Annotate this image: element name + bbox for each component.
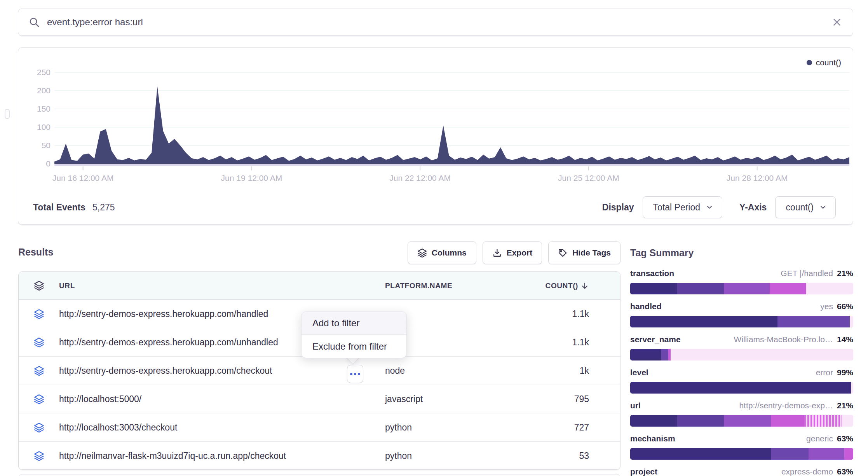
resize-drag-handle[interactable] <box>5 109 10 119</box>
dot-icon <box>350 373 352 375</box>
tag-bar-segment[interactable] <box>630 382 851 394</box>
y-axis-tick-label: 100 <box>37 122 51 131</box>
tag-summary-heading: Tag Summary <box>630 247 853 259</box>
tag-bar-segment[interactable] <box>724 283 770 294</box>
y-axis-tick-label: 200 <box>37 86 51 95</box>
count-series-area <box>54 86 849 164</box>
cell-platform[interactable]: node <box>385 366 535 376</box>
events-area-chart: 050100150200250Jun 16 12:00 AMJun 19 12:… <box>18 48 852 196</box>
search-input[interactable]: event.type:error has:url <box>47 17 831 28</box>
row-stack-icon-button[interactable] <box>19 309 59 319</box>
tag-bar-segment[interactable] <box>630 316 777 327</box>
tag-name: level <box>630 368 648 377</box>
tag-bar-segment[interactable] <box>668 349 671 360</box>
tag-bar-segment[interactable] <box>771 448 809 460</box>
cell-platform[interactable]: javascript <box>385 394 535 404</box>
tag-summary-row: mechanismgeneric63% <box>630 434 853 467</box>
tag-distribution-bar[interactable] <box>630 316 853 327</box>
row-stack-icon-button[interactable] <box>19 337 59 348</box>
tag-bar-segment[interactable] <box>804 415 842 427</box>
hide-tags-button[interactable]: Hide Tags <box>548 242 620 264</box>
tag-bar-segment[interactable] <box>771 415 804 427</box>
row-stack-icon-button[interactable] <box>19 451 59 461</box>
cell-platform[interactable]: python <box>385 422 535 433</box>
cell-count[interactable]: 1.1k <box>535 309 605 319</box>
tag-bar-segment[interactable] <box>677 415 724 427</box>
tag-bar-segment[interactable] <box>809 448 844 460</box>
cell-count[interactable]: 727 <box>535 422 605 433</box>
export-button[interactable]: Export <box>483 242 542 264</box>
stack-icon[interactable] <box>19 280 59 291</box>
menu-item-exclude-from-filter[interactable]: Exclude from filter <box>302 335 406 358</box>
chart-legend[interactable]: count() <box>807 58 841 67</box>
column-header-url[interactable]: URL <box>59 282 385 290</box>
cell-platform[interactable]: python <box>385 451 535 461</box>
tag-distribution-bar[interactable] <box>630 349 853 360</box>
tag-bar-segment[interactable] <box>724 415 771 427</box>
tag-top-value: GET |/handled <box>781 269 833 278</box>
column-header-count[interactable]: COUNT() <box>535 282 605 290</box>
tag-bar-segment[interactable] <box>850 316 853 327</box>
chevron-down-icon <box>819 203 827 211</box>
chevron-down-icon <box>706 203 713 211</box>
tag-bar-segment[interactable] <box>770 283 807 294</box>
results-table: URL PLATFORM.NAME COUNT() http://sentry-… <box>18 271 620 470</box>
x-axis-tick-label: Jun 16 12:00 AM <box>52 173 114 182</box>
download-icon <box>492 248 502 258</box>
display-dropdown-value: Total Period <box>653 202 700 213</box>
search-icon <box>28 16 40 28</box>
tag-distribution-bar[interactable] <box>630 382 853 394</box>
total-events-value: 5,275 <box>92 202 115 213</box>
table-row: http://neilmanvar-flask-m3uuizd7iq-uc.a.… <box>19 442 620 470</box>
tag-name: project <box>630 467 657 476</box>
table-header-row: URL PLATFORM.NAME COUNT() <box>19 272 620 300</box>
tag-distribution-bar[interactable] <box>630 448 853 460</box>
yaxis-dropdown[interactable]: count() <box>775 196 836 218</box>
search-bar[interactable]: event.type:error has:url <box>18 9 853 36</box>
row-stack-icon-button[interactable] <box>19 394 59 404</box>
cell-count[interactable]: 795 <box>535 394 605 404</box>
cell-url[interactable]: http://sentry-demos-express.herokuapp.co… <box>59 366 385 376</box>
stack-icon <box>34 394 44 404</box>
cell-count[interactable]: 53 <box>535 451 605 461</box>
tag-distribution-bar[interactable] <box>630 283 853 294</box>
cell-count[interactable]: 1k <box>535 366 605 376</box>
display-label: Display <box>602 202 634 213</box>
tag-top-value-percent: 14% <box>837 335 853 344</box>
results-toolbar: Columns Export Hide Tags <box>18 242 620 264</box>
tag-bar-segment[interactable] <box>851 382 853 394</box>
x-axis-tick-label: Jun 25 12:00 AM <box>558 173 619 182</box>
tag-bar-segment[interactable] <box>630 415 677 427</box>
close-icon[interactable] <box>831 16 843 28</box>
tag-bar-segment[interactable] <box>630 448 771 460</box>
tag-bar-segment[interactable] <box>806 283 853 294</box>
export-button-label: Export <box>507 248 533 257</box>
tag-bar-segment[interactable] <box>661 349 668 360</box>
tag-bar-segment[interactable] <box>630 349 661 360</box>
tag-bar-segment[interactable] <box>842 415 853 427</box>
cell-url[interactable]: http://neilmanvar-flask-m3uuizd7iq-uc.a.… <box>59 451 385 461</box>
tag-top-value: http://sentry-demos-exp… <box>739 401 833 410</box>
column-header-platform[interactable]: PLATFORM.NAME <box>385 282 535 290</box>
cell-url[interactable]: http://localhost:3003/checkout <box>59 422 385 433</box>
tag-bar-segment[interactable] <box>630 283 677 294</box>
display-dropdown[interactable]: Total Period <box>643 196 722 218</box>
tag-name: transaction <box>630 269 674 278</box>
row-stack-icon-button[interactable] <box>19 422 59 433</box>
tag-bar-segment[interactable] <box>677 283 724 294</box>
row-actions-ellipsis-button[interactable] <box>347 365 363 383</box>
cell-url[interactable]: http://localhost:5000/ <box>59 394 385 404</box>
menu-item-add-to-filter[interactable]: Add to filter <box>302 312 406 335</box>
stack-icon <box>34 337 44 348</box>
tag-bar-segment[interactable] <box>844 448 853 460</box>
cell-count[interactable]: 1.1k <box>535 337 605 348</box>
tag-distribution-bar[interactable] <box>630 415 853 427</box>
row-stack-icon-button[interactable] <box>19 366 59 376</box>
tag-top-value-percent: 21% <box>837 269 853 278</box>
tag-top-value: express-demo <box>781 467 833 476</box>
chart-footer: Total Events 5,275 Display Total Period … <box>18 195 853 220</box>
tag-bar-segment[interactable] <box>671 349 853 360</box>
tag-bar-segment[interactable] <box>777 316 850 327</box>
tag-summary: Tag Summary transactionGET |/handled21%h… <box>630 247 853 476</box>
columns-button[interactable]: Columns <box>408 242 476 264</box>
